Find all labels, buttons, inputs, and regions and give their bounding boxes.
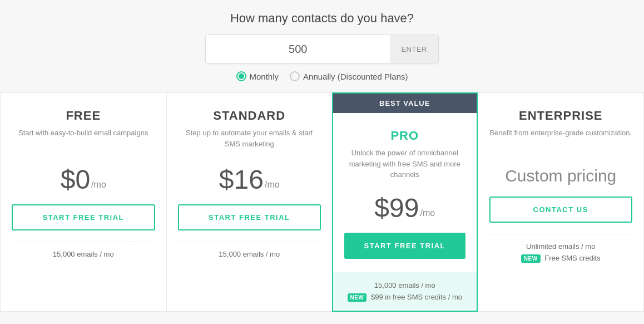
free-plan-card: FREE Start with easy-to-build email camp… [0,92,166,312]
free-price: $0 [61,166,90,193]
annually-option[interactable]: Annually (Discounted Plans) [290,71,408,81]
free-plan-name: FREE [66,109,101,123]
standard-price: $16 [219,166,264,193]
pro-sms-row: NEW $99 in free SMS credits / mo [344,293,465,302]
free-price-suffix: /mo [91,180,106,190]
monthly-label: Monthly [250,72,279,81]
enterprise-new-badge: NEW [521,254,541,263]
pro-price-suffix: /mo [420,208,435,218]
enterprise-plan-desc: Benefit from enterprise-grade customizat… [489,127,632,152]
pro-price: $99 [374,195,419,222]
pro-new-badge: NEW [348,293,367,302]
standard-price-suffix: /mo [265,180,280,190]
pro-card-body: PRO Unlock the power of omnichannel mark… [333,113,477,272]
free-plan-desc: Start with easy-to-build email campaigns [18,127,148,152]
enterprise-emails: Unlimited emails / mo [489,242,633,251]
enterprise-plan-card: ENTERPRISE Benefit from enterprise-grade… [478,92,645,312]
standard-price-wrap: $16 /mo [219,166,280,193]
enterprise-sms-label: Free SMS credits [544,254,600,262]
enterprise-cta-button[interactable]: CONTACT US [489,197,633,223]
free-emails: 15,000 emails / mo [12,250,155,258]
annually-radio[interactable] [290,71,300,81]
pro-price-wrap: $99 /mo [374,195,435,222]
pro-plan-name: PRO [390,129,419,143]
standard-plan-name: STANDARD [213,109,285,123]
annually-label: Annually (Discounted Plans) [303,72,408,81]
free-divider [12,242,155,242]
standard-divider [178,242,321,242]
pro-emails: 15,000 emails / mo [344,281,465,289]
pro-card-footer: 15,000 emails / mo NEW $99 in free SMS c… [333,272,477,311]
pro-cta-button[interactable]: START FREE TRIAL [344,233,465,259]
question-heading: How many contacts do you have? [230,11,414,26]
contacts-input[interactable] [206,35,390,63]
standard-plan-desc: Step up to automate your emails & start … [178,127,321,152]
enter-button[interactable]: ENTER [390,35,438,63]
billing-toggle: Monthly Annually (Discounted Plans) [236,71,408,81]
enterprise-custom-price: Custom pricing [505,166,616,185]
enterprise-sms-row: NEW Free SMS credits [489,254,633,263]
pro-plan-desc: Unlock the power of omnichannel marketin… [344,148,465,180]
free-cta-button[interactable]: START FREE TRIAL [12,204,155,230]
pricing-cards-row: FREE Start with easy-to-build email camp… [0,92,644,312]
pro-sms-credit: $99 in free SMS credits / mo [371,293,462,301]
monthly-option[interactable]: Monthly [236,71,279,81]
standard-plan-card: STANDARD Step up to automate your emails… [166,92,333,312]
monthly-radio-dot [239,73,244,79]
best-value-banner: BEST VALUE [333,94,477,113]
standard-emails: 15,000 emails / mo [178,250,321,258]
enterprise-divider [489,234,633,234]
free-price-wrap: $0 /mo [61,166,106,193]
pro-plan-wrapper: BEST VALUE PRO Unlock the power of omnic… [332,92,478,312]
monthly-radio[interactable] [236,71,246,81]
contact-input-container: ENTER [205,35,439,63]
standard-cta-button[interactable]: START FREE TRIAL [178,204,321,230]
enterprise-plan-name: ENTERPRISE [519,109,603,123]
